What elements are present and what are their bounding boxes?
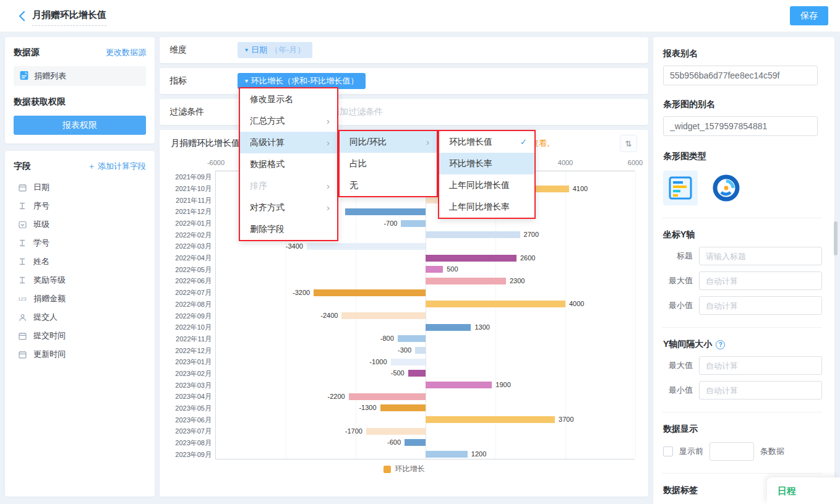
- chart-bar[interactable]: [426, 324, 471, 331]
- chart-bar[interactable]: [345, 208, 426, 215]
- chart-legend[interactable]: 环比增长: [160, 464, 648, 474]
- show-top-checkbox[interactable]: [663, 446, 673, 456]
- menu-item[interactable]: 数据格式: [240, 153, 337, 175]
- field-item[interactable]: 更新时间: [14, 345, 146, 364]
- field-item[interactable]: 奖励等级: [14, 271, 146, 289]
- menu-item-label: 占比: [349, 158, 367, 169]
- save-button[interactable]: 保存: [790, 6, 828, 25]
- menu-item[interactable]: 上年同比增长率: [439, 196, 534, 218]
- menu-item[interactable]: 占比: [340, 153, 437, 174]
- report-permission-button[interactable]: 报表权限: [14, 116, 146, 135]
- chart-bar[interactable]: [426, 301, 565, 307]
- scrollbar-thumb[interactable]: [834, 221, 838, 255]
- chart-bar[interactable]: [426, 231, 520, 238]
- menu-item[interactable]: 高级计算›: [240, 132, 337, 153]
- fields-panel: 字段 ＋ 添加计算字段 日期序号班级学号姓名奖励等级123捐赠金额提交人提交时间…: [5, 151, 155, 497]
- y-axis-category-label: 2022年09月: [160, 312, 212, 321]
- chart-bar[interactable]: [398, 335, 426, 342]
- filter-placeholder: 添加过滤条件: [331, 106, 383, 117]
- field-item[interactable]: 提交时间: [14, 327, 146, 345]
- field-item[interactable]: 日期: [14, 178, 146, 197]
- chart-bar[interactable]: [307, 243, 426, 250]
- chart-bar[interactable]: [405, 439, 426, 446]
- chart-bar[interactable]: [426, 382, 492, 388]
- bar-value-label: -1000: [369, 359, 387, 365]
- chart-bar[interactable]: [426, 278, 506, 284]
- y-axis-input[interactable]: [699, 271, 822, 290]
- chart-bar[interactable]: [415, 347, 426, 354]
- menu-item[interactable]: 对齐方式›: [240, 197, 337, 218]
- bar-value-label: 3700: [559, 416, 573, 423]
- change-datasource-link[interactable]: 更改数据源: [106, 47, 146, 58]
- menu-item-label: 环比增长值: [449, 137, 492, 148]
- chart-bar[interactable]: [314, 289, 426, 296]
- bar-value-label: -3200: [293, 289, 310, 296]
- chart-bar[interactable]: [366, 428, 426, 435]
- field-item-label: 更新时间: [33, 349, 66, 360]
- chart-bar[interactable]: [349, 393, 426, 400]
- menu-item[interactable]: 汇总方式›: [240, 110, 337, 132]
- chart-bar[interactable]: [426, 416, 555, 423]
- y-axis-input[interactable]: [699, 247, 822, 265]
- field-context-menu: 修改显示名汇总方式›高级计算›数据格式排序›对齐方式›删除字段: [239, 87, 338, 241]
- schedule-overlay[interactable]: 日程: [767, 477, 840, 504]
- top-count-input[interactable]: [709, 442, 754, 461]
- field-item[interactable]: 提交人: [14, 308, 146, 327]
- fields-title: 字段: [14, 161, 31, 172]
- chevron-right-icon: ›: [327, 116, 330, 126]
- menu-item[interactable]: 无: [340, 174, 437, 196]
- dimension-chip[interactable]: ▾ 日期（年-月）: [238, 42, 312, 58]
- menu-item[interactable]: 同比/环比›: [340, 131, 437, 153]
- chart-bar[interactable]: [426, 255, 516, 262]
- y-axis-category-label: 2021年09月: [160, 173, 212, 182]
- y-interval-input[interactable]: [699, 381, 822, 399]
- field-item[interactable]: 班级: [14, 215, 146, 234]
- y-axis-input[interactable]: [699, 296, 822, 315]
- datasource-item[interactable]: 捐赠列表: [14, 66, 146, 86]
- filter-row[interactable]: 过滤条件 添加过滤条件: [160, 99, 648, 125]
- widget-alias-input[interactable]: [663, 116, 818, 136]
- sort-icon[interactable]: ⇅: [620, 135, 637, 152]
- menu-item[interactable]: 删除字段: [240, 218, 337, 240]
- text-icon: [17, 276, 27, 284]
- field-item[interactable]: 姓名: [14, 252, 146, 271]
- y-axis-category-label: 2021年11月: [160, 196, 212, 205]
- metric-label: 指标: [169, 75, 231, 87]
- y-interval-input[interactable]: [699, 356, 822, 375]
- add-calc-field-link[interactable]: ＋ 添加计算字段: [87, 161, 146, 172]
- y-axis-category-label: 2023年02月: [160, 369, 212, 378]
- menu-item-label: 删除字段: [250, 224, 285, 235]
- chart-bar[interactable]: [426, 266, 443, 273]
- chart-bar[interactable]: [380, 404, 426, 411]
- field-item[interactable]: 学号: [14, 234, 146, 252]
- menu-item[interactable]: 环比增长值✓: [439, 131, 534, 153]
- chart-bar[interactable]: [426, 451, 468, 458]
- y-axis-category-label: 2023年07月: [160, 427, 212, 436]
- chart-bar[interactable]: [401, 220, 426, 227]
- chevron-right-icon: ›: [327, 202, 330, 213]
- menu-item[interactable]: 排序›: [240, 175, 337, 197]
- field-item[interactable]: 序号: [14, 197, 146, 215]
- chart-bar[interactable]: [391, 359, 426, 365]
- menu-item-label: 环比增长率: [449, 158, 492, 169]
- chart-bar[interactable]: [341, 312, 426, 319]
- text-icon: [17, 202, 27, 210]
- bar-value-label: -2400: [320, 312, 338, 319]
- back-icon[interactable]: [16, 10, 28, 22]
- help-icon[interactable]: ?: [716, 340, 725, 349]
- y-axis-category-label: 2021年10月: [160, 184, 212, 194]
- bar-chart-type-icon[interactable]: [663, 171, 698, 205]
- field-item-label: 奖励等级: [33, 275, 66, 286]
- menu-item[interactable]: 环比增长率: [439, 153, 534, 174]
- chart-bar[interactable]: [408, 370, 426, 377]
- report-alias-input[interactable]: [663, 66, 818, 85]
- bar-value-label: -600: [387, 439, 401, 446]
- chevron-right-icon: ›: [426, 137, 429, 147]
- menu-item[interactable]: 上年同比增长值: [439, 174, 534, 196]
- field-item-label: 提交时间: [33, 330, 66, 341]
- page-title[interactable]: 月捐赠环比增长值: [32, 9, 106, 26]
- field-item[interactable]: 123捐赠金额: [14, 289, 146, 308]
- field-item-label: 捐赠金额: [33, 293, 66, 304]
- donut-chart-type-icon[interactable]: [711, 173, 741, 203]
- menu-item[interactable]: 修改显示名: [240, 88, 337, 110]
